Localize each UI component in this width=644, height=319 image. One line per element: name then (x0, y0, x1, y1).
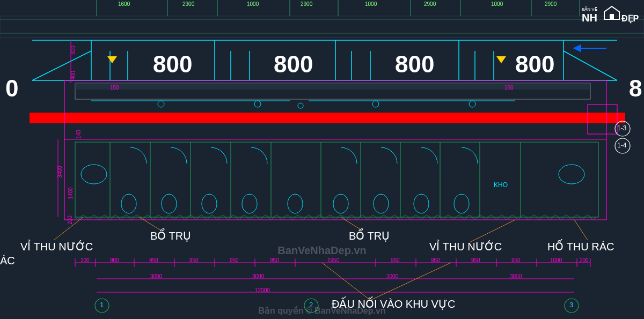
grid-3: 3 (569, 301, 573, 309)
svg-text:ĐẸP: ĐẸP (621, 14, 639, 24)
dim-big-800a: 800 (153, 51, 192, 78)
svg-text:NH: NH (582, 12, 597, 24)
svg-line-92 (574, 220, 588, 240)
red-beam (30, 113, 625, 123)
svg-marker-29 (107, 56, 117, 63)
svg-point-63 (414, 194, 429, 213)
dim-b2-2: 3000 (386, 273, 398, 279)
svg-point-39 (469, 101, 475, 107)
dim-top-2: 1000 (247, 1, 259, 7)
dim-top-7: 2900 (545, 1, 557, 7)
logo-sub-text: BẢN VẼ (582, 6, 597, 12)
dim-left-1400: 1400 (68, 187, 74, 199)
dim-big-800d: 800 (515, 51, 554, 78)
svg-point-35 (158, 101, 164, 107)
dim-mid-150b: 150 (504, 85, 514, 91)
section-1-4: 1-4 (617, 142, 626, 149)
svg-point-64 (454, 194, 469, 213)
dim-b1-3: 950 (189, 257, 199, 263)
dim-b2-0: 3000 (150, 273, 162, 279)
label-ac: ÁC (0, 255, 15, 267)
dim-b1-6: 1950 (327, 257, 339, 263)
dim-b1-0: 100 (80, 257, 90, 263)
dim-b1-4: 950 (230, 257, 239, 263)
dim-b1-11: 1000 (550, 257, 562, 263)
svg-rect-40 (64, 80, 606, 220)
dim-top-4: 1000 (365, 1, 377, 7)
dim-big-0: 0 (5, 75, 18, 102)
dim-big-800c: 800 (395, 51, 434, 78)
dim-b2-3: 3000 (510, 273, 522, 279)
svg-line-91 (470, 220, 515, 242)
dim-top-0: 1600 (118, 1, 130, 7)
dim-top-5: 2900 (424, 1, 436, 7)
dim-b1-7: 950 (391, 257, 400, 263)
dim-left-200: 200 (67, 216, 73, 225)
watermark-copy: Bản quyền © BanVeNhaDep.vn (258, 306, 385, 316)
site-logo: BẢN VẼ NH ĐẸP (581, 3, 640, 25)
svg-line-89 (341, 217, 362, 231)
label-ho-thu-rac: HỐ THU RÁC (547, 240, 614, 253)
svg-marker-30 (496, 56, 506, 63)
label-vi-thu-nuoc-2: VỈ THU NƯỚC (429, 240, 502, 253)
dim-b1-5: 950 (270, 257, 279, 263)
dim-top-6: 1000 (491, 1, 503, 7)
svg-rect-100 (610, 14, 614, 19)
svg-point-38 (372, 101, 379, 107)
svg-line-28 (564, 51, 617, 80)
grid-1: 1 (100, 301, 104, 309)
svg-point-59 (242, 194, 257, 213)
svg-line-93 (322, 263, 370, 300)
dim-b1-8: 950 (431, 257, 440, 263)
label-bo-tru-1: BỔ TRỤ (150, 229, 191, 242)
dim-b1-2: 950 (149, 257, 158, 263)
svg-point-61 (333, 194, 348, 213)
dim-top-1: 2900 (182, 1, 194, 7)
section-1-3: 1-3 (617, 124, 626, 132)
svg-point-55 (81, 165, 107, 184)
svg-marker-96 (574, 45, 581, 51)
dim-b1-12: 200 (580, 257, 589, 263)
dim-mid-600: 600 (70, 46, 76, 55)
label-kho: KHO (494, 181, 508, 189)
dim-b2-1: 3000 (252, 273, 264, 279)
svg-line-27 (32, 51, 91, 80)
dim-b1-1: 900 (110, 257, 119, 263)
dim-top-3: 2900 (301, 1, 312, 7)
label-vi-thu-nuoc-1: VỈ THU NƯỚC (20, 240, 93, 253)
dim-mid-150a: 150 (110, 85, 119, 91)
svg-point-37 (298, 103, 303, 108)
dim-b1-9: 950 (471, 257, 480, 263)
svg-point-58 (202, 194, 217, 213)
svg-point-36 (254, 101, 261, 107)
dim-mid-400: 400 (70, 71, 76, 80)
svg-point-56 (121, 194, 136, 213)
dim-left-140: 140 (76, 130, 82, 139)
svg-line-88 (140, 217, 161, 231)
svg-line-94 (370, 263, 451, 300)
svg-point-65 (559, 165, 584, 184)
dim-big-8: 8 (629, 75, 642, 102)
svg-point-57 (162, 194, 177, 213)
dim-left-3400: 3400 (57, 166, 63, 177)
watermark-main: BanVeNhaDep.vn (277, 244, 367, 257)
label-bo-tru-2: BỔ TRỤ (349, 229, 390, 242)
svg-point-62 (374, 194, 389, 213)
svg-rect-43 (75, 142, 598, 217)
dim-big-800b: 800 (274, 51, 313, 78)
dim-b1-10: 950 (511, 257, 521, 263)
cad-canvas (0, 0, 644, 319)
dim-b3-0: 12000 (255, 287, 270, 293)
svg-point-60 (288, 194, 303, 213)
